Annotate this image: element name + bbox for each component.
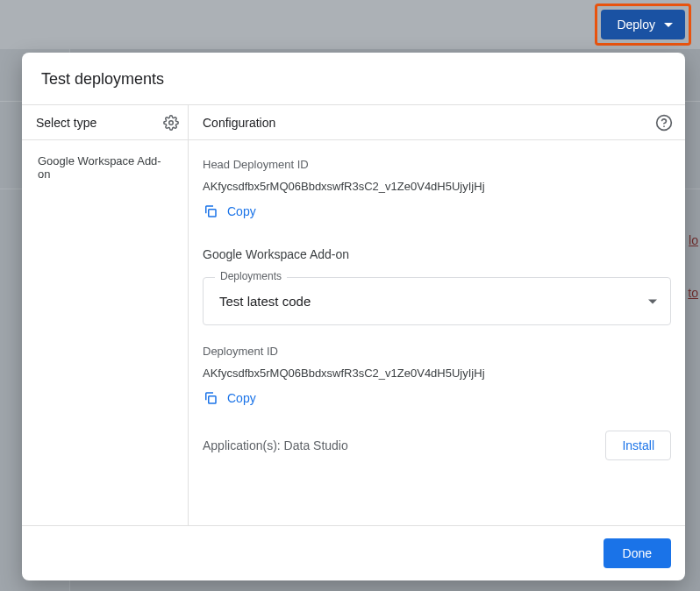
dialog-header: Test deployments (22, 53, 685, 105)
workspace-addon-section-title: Google Workspace Add-on (203, 247, 671, 261)
applications-label: Application(s): Data Studio (203, 438, 348, 452)
configuration-header: Configuration (189, 105, 685, 140)
caret-down-icon (664, 23, 673, 27)
select-type-header: Select type (22, 105, 188, 140)
test-deployments-dialog: Test deployments Select type Google Work… (22, 53, 685, 580)
done-button[interactable]: Done (604, 538, 671, 568)
select-type-label: Select type (36, 116, 96, 130)
applications-row: Application(s): Data Studio Install (203, 431, 671, 460)
select-type-panel: Select type Google Workspace Add-on (22, 105, 189, 525)
deployments-legend: Deployments (215, 270, 287, 282)
head-deployment-id-value: AKfycsdfbx5rMQ06BbdxswfR3sC2_v1Ze0V4dH5U… (203, 180, 671, 193)
configuration-panel: Configuration Head Deployment ID AKfycsd… (189, 105, 685, 525)
deploy-button[interactable]: Deploy (601, 10, 685, 39)
dialog-footer: Done (22, 526, 685, 580)
deploy-highlight-box: Deploy (595, 4, 691, 46)
configuration-label: Configuration (203, 116, 275, 130)
bg-truncated-link: lo (689, 233, 698, 247)
deployments-select[interactable]: Deployments Test latest code (203, 277, 671, 325)
dialog-title: Test deployments (41, 70, 666, 89)
copy-label: Copy (227, 391, 256, 405)
copy-icon (203, 203, 218, 219)
install-button[interactable]: Install (605, 431, 671, 460)
dialog-body: Select type Google Workspace Add-on Conf… (22, 105, 685, 526)
deployment-id-value: AKfycsdfbx5rMQ06BbdxswfR3sC2_v1Ze0V4dH5U… (203, 367, 671, 380)
deploy-button-label: Deploy (617, 18, 655, 32)
head-deployment-id-label: Head Deployment ID (203, 158, 671, 171)
bg-truncated-link: to (688, 286, 698, 300)
help-icon[interactable] (655, 114, 673, 132)
caret-down-icon (648, 299, 657, 303)
topbar: Deploy (0, 0, 700, 49)
configuration-content: Head Deployment ID AKfycsdfbx5rMQ06Bbdxs… (189, 140, 685, 525)
gear-icon[interactable] (163, 115, 179, 131)
deployments-selected-value: Test latest code (219, 294, 311, 309)
copy-label: Copy (227, 204, 256, 218)
copy-icon (203, 390, 218, 406)
deployment-id-label: Deployment ID (203, 345, 671, 358)
svg-point-0 (169, 120, 174, 125)
copy-head-deployment-id-button[interactable]: Copy (203, 203, 671, 219)
svg-rect-3 (209, 210, 216, 217)
type-item-workspace-addon[interactable]: Google Workspace Add-on (22, 140, 188, 195)
svg-rect-4 (209, 396, 216, 403)
deployments-select-box: Test latest code (203, 277, 671, 325)
copy-deployment-id-button[interactable]: Copy (203, 390, 671, 406)
